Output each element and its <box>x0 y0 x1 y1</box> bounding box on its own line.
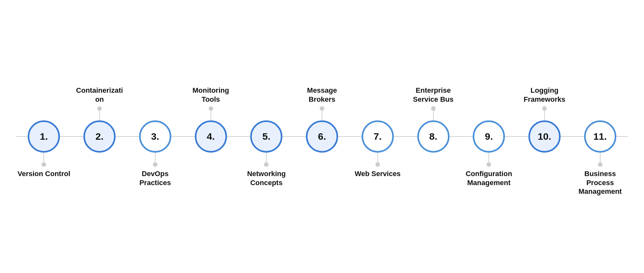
circle-7[interactable]: 7. <box>362 120 394 153</box>
bottom-label-text-1: Version Control <box>17 169 70 178</box>
circle-1[interactable]: 1. <box>28 120 60 153</box>
top-label-text-8: Enterprise Service Bus <box>405 86 461 104</box>
top-dot-6 <box>320 106 324 111</box>
top-dot-2 <box>97 106 102 111</box>
bottom-label-5: Networking Concepts <box>239 167 294 209</box>
top-label-8: Enterprise Service Bus <box>405 64 461 106</box>
bottom-connector-9 <box>488 153 489 162</box>
bottom-label-11: Business Process Management <box>572 167 628 209</box>
top-connector-6 <box>322 111 322 120</box>
bottom-dot-3 <box>153 162 157 167</box>
circle-9[interactable]: 9. <box>473 120 505 153</box>
timeline-item-5: 5.Networking Concepts <box>239 64 294 209</box>
circle-11[interactable]: 11. <box>584 120 616 153</box>
top-label-10: Logging Frameworks <box>517 64 573 106</box>
circle-6[interactable]: 6. <box>306 120 338 153</box>
bottom-label-1: Version Control <box>17 167 70 209</box>
bottom-label-text-5: Networking Concepts <box>239 169 294 187</box>
circle-3[interactable]: 3. <box>139 120 171 153</box>
top-label-4: Monitoring Tools <box>183 64 239 106</box>
timeline-item-3: 3.DevOps Practices <box>127 64 183 209</box>
timeline-item-2: Containerizati on2. <box>72 64 128 209</box>
top-label-6: Message Brokers <box>294 64 350 106</box>
bottom-label-9: Configuration Management <box>461 167 517 209</box>
circle-4[interactable]: 4. <box>195 120 227 153</box>
circle-2[interactable]: 2. <box>83 120 116 153</box>
timeline-item-11: 11.Business Process Management <box>572 64 628 209</box>
timeline-item-6: Message Brokers6. <box>294 64 350 209</box>
top-label-text-4: Monitoring Tools <box>183 86 239 104</box>
bottom-connector-7 <box>377 153 378 162</box>
bottom-connector-5 <box>266 153 267 162</box>
timeline-item-7: 7.Web Services <box>350 64 405 209</box>
top-dot-4 <box>209 106 213 111</box>
top-label-text-6: Message Brokers <box>294 86 350 104</box>
bottom-dot-11 <box>598 162 602 167</box>
top-dot-8 <box>431 106 436 111</box>
items-row: 1.Version ControlContainerizati on2.3.De… <box>16 64 628 209</box>
timeline-container: 1.Version ControlContainerizati on2.3.De… <box>16 64 628 209</box>
bottom-dot-1 <box>42 162 46 167</box>
timeline-item-10: Logging Frameworks10. <box>517 64 573 209</box>
timeline-item-4: Monitoring Tools4. <box>183 64 239 209</box>
bottom-dot-7 <box>375 162 380 167</box>
top-label-2: Containerizati on <box>72 64 128 106</box>
timeline-item-1: 1.Version Control <box>16 64 72 209</box>
top-label-text-10: Logging Frameworks <box>517 86 573 104</box>
top-connector-10 <box>544 111 545 120</box>
bottom-connector-1 <box>43 153 44 162</box>
bottom-connector-3 <box>155 153 156 162</box>
timeline-item-8: Enterprise Service Bus8. <box>405 64 461 209</box>
top-connector-8 <box>433 111 434 120</box>
bottom-label-text-7: Web Services <box>355 169 401 178</box>
circle-8[interactable]: 8. <box>417 120 450 153</box>
top-dot-10 <box>542 106 547 111</box>
bottom-connector-11 <box>600 153 601 162</box>
bottom-label-text-9: Configuration Management <box>461 169 517 187</box>
top-label-text-2: Containerizati on <box>72 86 128 104</box>
bottom-label-text-11: Business Process Management <box>572 169 628 196</box>
top-connector-2 <box>99 111 100 120</box>
top-connector-4 <box>211 111 211 120</box>
bottom-label-text-3: DevOps Practices <box>127 169 183 187</box>
timeline-item-9: 9.Configuration Management <box>461 64 517 209</box>
bottom-dot-9 <box>487 162 491 167</box>
bottom-dot-5 <box>264 162 269 167</box>
circle-5[interactable]: 5. <box>250 120 282 153</box>
bottom-label-3: DevOps Practices <box>127 167 183 209</box>
bottom-label-7: Web Services <box>355 167 401 209</box>
circle-10[interactable]: 10. <box>528 120 561 153</box>
timeline-wrapper: 1.Version ControlContainerizati on2.3.De… <box>16 64 628 209</box>
